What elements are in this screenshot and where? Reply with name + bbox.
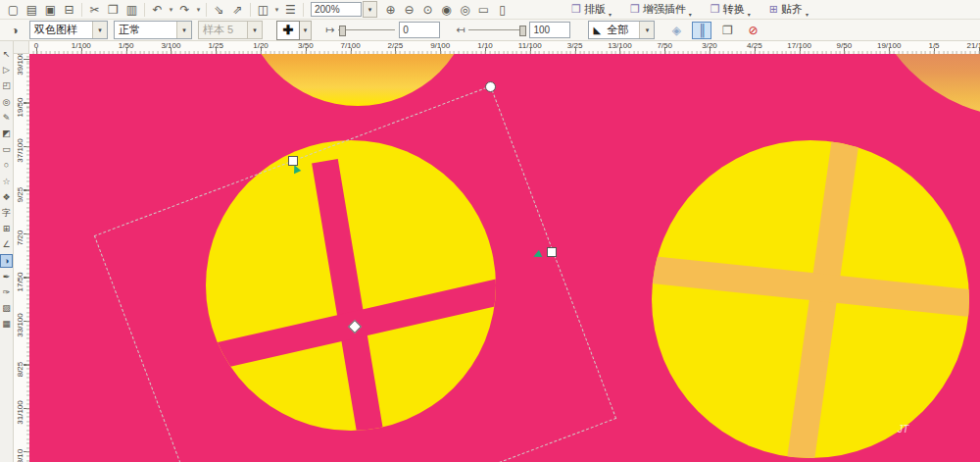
- tool-fill[interactable]: ▨: [0, 301, 13, 315]
- mirror-tile-button[interactable]: ║: [692, 22, 711, 39]
- zoom-in-button[interactable]: ⊕: [381, 1, 400, 18]
- ruler-label: 0: [34, 41, 38, 50]
- gradient-circle-top-right[interactable]: [862, 54, 980, 118]
- zoom-out-button[interactable]: ⊖: [400, 1, 418, 18]
- texture-library-value: 样本 5: [199, 23, 247, 37]
- transparency-operation-combo[interactable]: 正常 ▾: [114, 21, 192, 39]
- copy-button[interactable]: ❐: [104, 1, 122, 18]
- save-button[interactable]: ▣: [41, 1, 60, 18]
- toolbar-separator: [81, 3, 82, 17]
- redo-button[interactable]: ↷: [175, 1, 194, 18]
- start-transparency-value[interactable]: 0: [399, 22, 440, 38]
- transparency-target-combo[interactable]: ◣ 全部 ▾: [588, 21, 655, 39]
- zoom-tools: ⊕⊖⊙◉◎▭▯: [381, 1, 512, 18]
- app-launcher-button[interactable]: ◫: [254, 1, 272, 18]
- tool-shape[interactable]: ▷: [0, 63, 13, 77]
- pattern-resize-handle-right[interactable]: [547, 247, 557, 257]
- zoom-level-dropdown[interactable]: ▾: [363, 1, 377, 18]
- tool-outline-pen[interactable]: ✑: [0, 285, 13, 299]
- tool-interactive-fill[interactable]: ▦: [0, 317, 13, 331]
- end-transparency-slider[interactable]: [468, 26, 525, 34]
- tool-smart-fill[interactable]: ◩: [0, 127, 13, 140]
- copy-transparency-button[interactable]: ❐: [717, 22, 737, 39]
- ruler-origin-box[interactable]: [14, 41, 29, 54]
- zoom-page-height-button[interactable]: ▯: [493, 1, 512, 18]
- cut-button[interactable]: ✂: [85, 1, 104, 18]
- yellow-circle-right[interactable]: [652, 140, 969, 458]
- import-button[interactable]: ⇘: [210, 1, 228, 18]
- start-transparency-slider[interactable]: [338, 26, 395, 34]
- undo-dropdown[interactable]: ▾: [167, 6, 175, 14]
- plugin-button-1[interactable]: ❒排版▾: [568, 1, 614, 18]
- zoom-all-objects-button[interactable]: ◉: [437, 1, 456, 18]
- plugin-button-2[interactable]: ❒增强插件▾: [627, 1, 695, 18]
- print-button[interactable]: ⊟: [60, 1, 78, 18]
- ruler-label: 31/100: [16, 398, 24, 428]
- tool-table[interactable]: ⊞: [0, 222, 13, 235]
- chevron-down-icon[interactable]: ▾: [639, 22, 654, 38]
- chevron-down-icon[interactable]: ▾: [176, 22, 191, 38]
- edit-transparency-icon[interactable]: ◑: [6, 24, 24, 37]
- start-transparency-control: ↦ 0: [325, 22, 440, 38]
- gradient-circle-top-left[interactable]: [242, 54, 473, 106]
- zoom-page-button[interactable]: ◎: [456, 1, 474, 18]
- tool-rectangle[interactable]: ▭: [0, 142, 13, 156]
- redo-dropdown[interactable]: ▾: [194, 6, 203, 14]
- undo-button[interactable]: ↶: [148, 1, 167, 18]
- start-transparency-icon: ↦: [325, 24, 334, 36]
- end-transparency-value[interactable]: 100: [529, 22, 570, 38]
- open-button[interactable]: ▤: [23, 1, 41, 18]
- toolbar-main: ▢▤▣⊟✂❐▥↶▾↷▾⇘⇗◫▾☰: [4, 1, 300, 18]
- tool-dimension[interactable]: ∠: [0, 237, 13, 251]
- chevron-down-icon[interactable]: ▾: [92, 22, 107, 38]
- tool-crop[interactable]: ◰: [0, 78, 13, 92]
- tool-zoom[interactable]: ◎: [0, 95, 13, 109]
- slider-thumb[interactable]: [339, 26, 346, 36]
- new-button[interactable]: ▢: [4, 1, 23, 18]
- ruler-label: 2/25: [388, 41, 404, 50]
- zoom-level-input[interactable]: 200%: [311, 2, 362, 17]
- zoom-page-width-button[interactable]: ▭: [474, 1, 493, 18]
- pattern-preview-icon[interactable]: ✚: [276, 21, 300, 40]
- horizontal-ruler[interactable]: 01/1001/503/1001/251/203/507/1002/259/10…: [29, 41, 980, 54]
- plugin-icon: ❒: [571, 3, 581, 16]
- toolbox: ↖▷◰◎✎◩▭○☆❖字⊞∠◑✒✑▨▦: [0, 41, 14, 462]
- tool-basic-shapes[interactable]: ❖: [0, 190, 13, 204]
- options-button[interactable]: ☰: [281, 1, 300, 18]
- tool-ellipse[interactable]: ○: [0, 158, 13, 172]
- tool-freehand[interactable]: ✎: [0, 111, 13, 125]
- property-bar: ◑ 双色图样 ▾ 正常 ▾ 样本 5 ▾ ✚ ▾ ↦ 0 ↤ 100 ◣: [0, 20, 980, 41]
- pattern-picker-dropdown[interactable]: ▾: [300, 21, 312, 40]
- tool-eyedropper[interactable]: ✒: [0, 270, 13, 283]
- tool-pick[interactable]: ↖: [0, 47, 13, 61]
- chevron-down-icon: ▾: [609, 11, 612, 18]
- ruler-label: 3/20: [702, 41, 717, 50]
- plugin-icon: ❒: [630, 3, 640, 16]
- ruler-label: 1/5: [928, 41, 939, 50]
- ruler-label: 1/10: [477, 41, 493, 50]
- ruler-label: 1/50: [119, 41, 134, 50]
- canvas[interactable]: JT: [29, 54, 980, 462]
- plugin-icon: ⊞: [769, 3, 778, 16]
- pattern-selection-box: [94, 85, 616, 462]
- freeze-transparency-icon[interactable]: ◈: [666, 22, 686, 39]
- transparency-type-combo[interactable]: 双色图样 ▾: [29, 21, 108, 39]
- tool-polygon[interactable]: ☆: [0, 175, 13, 188]
- vertical-ruler[interactable]: 39/10019/5037/1009/257/2017/5033/1008/25…: [14, 54, 29, 462]
- ruler-label: 21/100: [967, 41, 980, 50]
- toolbar-separator: [250, 3, 251, 17]
- tool-transparency[interactable]: ◑: [0, 254, 13, 268]
- export-button[interactable]: ⇗: [228, 1, 247, 18]
- plugin-button-4[interactable]: ⊞贴齐▾: [766, 1, 811, 18]
- rotation-handle[interactable]: [485, 81, 496, 92]
- plugin-label: 转换: [723, 2, 745, 17]
- tool-text[interactable]: 字: [0, 206, 13, 220]
- zoom-selected-button[interactable]: ⊙: [418, 1, 437, 18]
- app-launcher-dropdown[interactable]: ▾: [272, 6, 281, 14]
- no-transparency-button[interactable]: ⊘: [743, 22, 762, 39]
- ruler-label: 13/100: [608, 41, 631, 50]
- slider-thumb[interactable]: [519, 26, 526, 36]
- ruler-label: 37/100: [16, 136, 24, 166]
- paste-button[interactable]: ▥: [122, 1, 141, 18]
- plugin-button-3[interactable]: ❒转换▾: [708, 1, 754, 18]
